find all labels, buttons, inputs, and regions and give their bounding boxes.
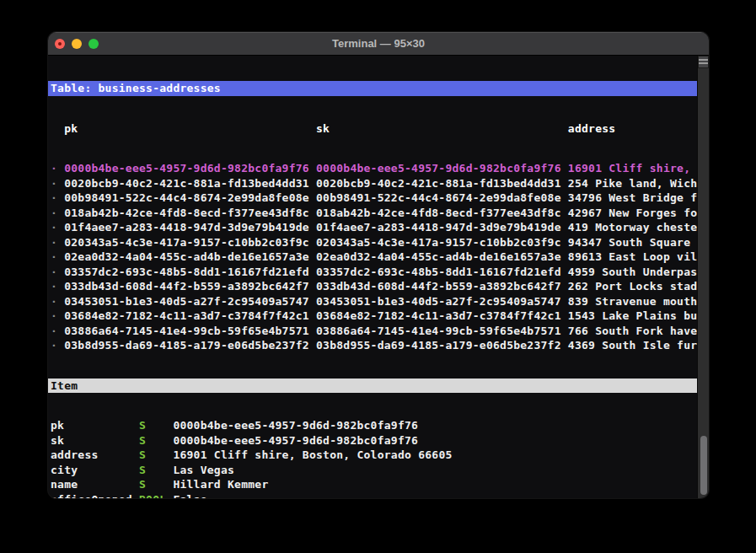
table-row[interactable]: · 03886a64-7145-41e4-99cb-59f65e4b7571 0… <box>48 324 697 339</box>
field-type: BOOL <box>139 493 173 499</box>
item-fields: pk S 0000b4be-eee5-4957-9d6d-982bc0fa9f7… <box>48 418 697 498</box>
item-field-row: pk S 0000b4be-eee5-4957-9d6d-982bc0fa9f7… <box>48 418 697 433</box>
table-row[interactable]: · 02ea0d32-4a04-455c-ad4b-de16e1657a3e 0… <box>48 250 697 265</box>
table-row[interactable]: · 020343a5-4c3e-417a-9157-c10bb2c03f9c 0… <box>48 235 697 250</box>
field-value: 0000b4be-eee5-4957-9d6d-982bc0fa9f76 <box>173 434 418 447</box>
row-text: 020343a5-4c3e-417a-9157-c10bb2c03f9c 020… <box>64 236 690 249</box>
table-row[interactable]: · 03357dc2-693c-48b5-8dd1-16167fd21efd 0… <box>48 265 697 280</box>
row-marker-dot: · <box>51 339 64 352</box>
row-marker-dot: · <box>51 236 64 249</box>
field-type: S <box>139 448 173 461</box>
row-text: 018ab42b-42ce-4fd8-8ecd-f377ee43df8c 018… <box>64 207 697 219</box>
field-type: S <box>139 419 173 432</box>
scrollbar-thumb[interactable] <box>700 436 707 495</box>
row-text: 00b98491-522c-44c4-8674-2e99da8fe08e 00b… <box>64 191 697 204</box>
row-marker-dot: · <box>51 295 64 308</box>
table-row[interactable]: · 0020bcb9-40c2-421c-881a-fd13bed4dd31 0… <box>48 176 697 191</box>
field-key: name <box>51 478 139 491</box>
row-marker-dot: · <box>51 266 64 278</box>
window-controls <box>55 39 99 49</box>
terminal-window: Terminal — 95×30 Table: business-address… <box>48 32 709 498</box>
row-text: 033db43d-608d-44f2-b559-a3892bc642f7 033… <box>64 280 697 293</box>
table-column-headers: pk sk address <box>48 121 697 137</box>
table-row[interactable]: · 01f4aee7-a283-4418-947d-3d9e79b419de 0… <box>48 220 697 235</box>
table-row[interactable]: · 03453051-b1e3-40d5-a27f-2c95409a5747 0… <box>48 294 697 309</box>
row-text: 02ea0d32-4a04-455c-ad4b-de16e1657a3e 02e… <box>64 250 697 263</box>
row-text: 03886a64-7145-41e4-99cb-59f65e4b7571 038… <box>64 325 697 337</box>
field-key: sk <box>51 434 139 447</box>
field-value: 0000b4be-eee5-4957-9d6d-982bc0fa9f76 <box>173 419 418 432</box>
zoom-button[interactable] <box>88 39 99 49</box>
unsaved-dot-icon <box>58 42 62 46</box>
field-value: False <box>173 493 206 499</box>
row-text: 03453051-b1e3-40d5-a27f-2c95409a5747 034… <box>64 295 697 308</box>
desktop-background: Terminal — 95×30 Table: business-address… <box>0 0 756 553</box>
field-key: city <box>51 464 139 476</box>
row-marker-dot: · <box>51 177 64 190</box>
table-title-bar: Table: business-addresses <box>48 81 697 96</box>
scrollbar[interactable] <box>697 56 709 498</box>
row-text: 01f4aee7-a283-4418-947d-3d9e79b419de 01f… <box>64 221 697 234</box>
table-row[interactable]: · 03b8d955-da69-4185-a179-e06d5be237f2 0… <box>48 338 697 353</box>
row-marker-dot: · <box>51 280 64 293</box>
row-text: 03b8d955-da69-4185-a179-e06d5be237f2 03b… <box>64 339 697 352</box>
item-field-row: officeOpened BOOL False <box>48 492 697 499</box>
scrollbar-grip-icon[interactable] <box>698 56 709 68</box>
row-marker-dot: · <box>51 207 64 219</box>
field-key: address <box>51 448 139 461</box>
table-rows: · 0000b4be-eee5-4957-9d6d-982bc0fa9f76 0… <box>48 161 697 353</box>
table-row[interactable]: · 03684e82-7182-4c11-a3d7-c3784f7f42c1 0… <box>48 309 697 324</box>
field-value: 16901 Cliff shire, Boston, Colorado 6660… <box>173 448 452 461</box>
item-section-bar: Item <box>48 379 697 394</box>
row-marker-dot: · <box>51 309 64 322</box>
window-title: Terminal — 95×30 <box>48 32 709 55</box>
table-row[interactable]: · 0000b4be-eee5-4957-9d6d-982bc0fa9f76 0… <box>48 161 697 176</box>
field-type: S <box>139 478 173 491</box>
item-field-row: city S Las Vegas <box>48 463 697 478</box>
terminal-content: Table: business-addresses pk sk address … <box>48 56 709 498</box>
row-marker-dot: · <box>51 221 64 234</box>
field-value: Hillard Kemmer <box>173 478 268 491</box>
field-key: pk <box>51 419 139 432</box>
row-marker-dot: · <box>51 162 64 174</box>
row-marker-dot: · <box>51 191 64 204</box>
table-row[interactable]: · 00b98491-522c-44c4-8674-2e99da8fe08e 0… <box>48 191 697 206</box>
close-button[interactable] <box>55 39 65 49</box>
item-field-row: address S 16901 Cliff shire, Boston, Col… <box>48 448 697 463</box>
row-marker-dot: · <box>51 325 64 337</box>
field-value: Las Vegas <box>173 464 234 476</box>
row-marker-dot: · <box>51 250 64 263</box>
item-field-row: sk S 0000b4be-eee5-4957-9d6d-982bc0fa9f7… <box>48 433 697 448</box>
row-text: 0000b4be-eee5-4957-9d6d-982bc0fa9f76 000… <box>64 162 690 174</box>
field-key: officeOpened <box>51 493 139 499</box>
titlebar[interactable]: Terminal — 95×30 <box>48 32 709 56</box>
minimize-button[interactable] <box>72 39 82 49</box>
item-field-row: name S Hillard Kemmer <box>48 477 697 492</box>
row-text: 03684e82-7182-4c11-a3d7-c3784f7f42c1 036… <box>64 309 697 322</box>
field-type: S <box>139 434 173 447</box>
row-text: 0020bcb9-40c2-421c-881a-fd13bed4dd31 002… <box>64 177 697 190</box>
field-type: S <box>139 464 173 476</box>
table-row[interactable]: · 018ab42b-42ce-4fd8-8ecd-f377ee43df8c 0… <box>48 206 697 221</box>
table-row[interactable]: · 033db43d-608d-44f2-b559-a3892bc642f7 0… <box>48 279 697 294</box>
row-text: 03357dc2-693c-48b5-8dd1-16167fd21efd 033… <box>64 266 697 278</box>
terminal-text-area: Table: business-addresses pk sk address … <box>48 56 697 498</box>
